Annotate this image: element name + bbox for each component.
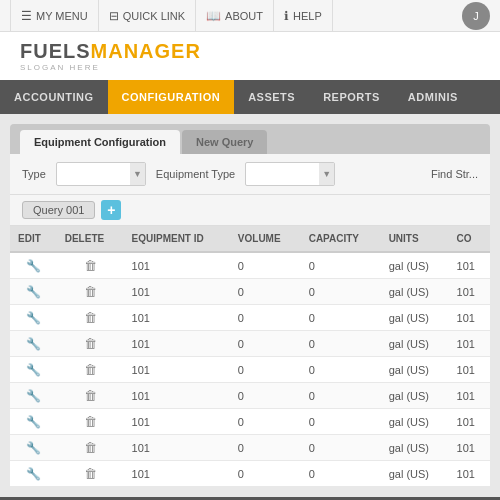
edit-cell[interactable]: 🔧 xyxy=(10,279,57,305)
delete-icon[interactable]: 🗑 xyxy=(84,362,97,377)
nav-adminis[interactable]: ADMINIS xyxy=(394,80,472,114)
topnav-about-label: ABOUT xyxy=(225,10,263,22)
table-row: 🔧 🗑 101 0 0 gal (US) 101 xyxy=(10,357,490,383)
units-cell: gal (US) xyxy=(381,279,449,305)
capacity-cell: 0 xyxy=(301,305,381,331)
nav-assets[interactable]: ASSETS xyxy=(234,80,309,114)
col-units: UNITS xyxy=(381,226,449,252)
delete-cell[interactable]: 🗑 xyxy=(57,383,124,409)
edit-cell[interactable]: 🔧 xyxy=(10,252,57,279)
menu-icon: ☰ xyxy=(21,9,32,23)
table-row: 🔧 🗑 101 0 0 gal (US) 101 xyxy=(10,383,490,409)
equipment-table-container: EDIT DELETE EQUIPMENT ID VOLUME CAPACITY… xyxy=(10,226,490,487)
delete-cell[interactable]: 🗑 xyxy=(57,279,124,305)
quicklink-icon: ⊟ xyxy=(109,9,119,23)
topnav-about[interactable]: 📖 ABOUT xyxy=(196,0,274,31)
filter-row: Type ▼ Equipment Type ▼ Find Str... xyxy=(10,154,490,195)
co-cell: 101 xyxy=(449,252,490,279)
logo-slogan: SLOGAN HERE xyxy=(20,63,201,72)
capacity-cell: 0 xyxy=(301,435,381,461)
delete-icon[interactable]: 🗑 xyxy=(84,284,97,299)
edit-cell[interactable]: 🔧 xyxy=(10,409,57,435)
delete-cell[interactable]: 🗑 xyxy=(57,409,124,435)
table-row: 🔧 🗑 101 0 0 gal (US) 101 xyxy=(10,252,490,279)
equipment-id-cell: 101 xyxy=(124,357,230,383)
equipment-id-cell: 101 xyxy=(124,409,230,435)
edit-icon[interactable]: 🔧 xyxy=(26,285,41,299)
tab-new-query[interactable]: New Query xyxy=(182,130,267,154)
capacity-cell: 0 xyxy=(301,461,381,487)
edit-icon[interactable]: 🔧 xyxy=(26,259,41,273)
topnav-help[interactable]: ℹ HELP xyxy=(274,0,333,31)
logo-manager: MANAGER xyxy=(91,40,201,62)
delete-cell[interactable]: 🗑 xyxy=(57,331,124,357)
edit-cell[interactable]: 🔧 xyxy=(10,383,57,409)
edit-cell[interactable]: 🔧 xyxy=(10,331,57,357)
type-label: Type xyxy=(22,168,46,180)
equipment-id-cell: 101 xyxy=(124,279,230,305)
volume-cell: 0 xyxy=(230,331,301,357)
about-icon: 📖 xyxy=(206,9,221,23)
logo-fuels: FUELS xyxy=(20,40,91,62)
delete-icon[interactable]: 🗑 xyxy=(84,466,97,481)
col-volume: VOLUME xyxy=(230,226,301,252)
equipment-id-cell: 101 xyxy=(124,461,230,487)
edit-icon[interactable]: 🔧 xyxy=(26,467,41,481)
nav-reports[interactable]: REPORTS xyxy=(309,80,394,114)
volume-cell: 0 xyxy=(230,279,301,305)
units-cell: gal (US) xyxy=(381,252,449,279)
topnav-menu[interactable]: ☰ MY MENU xyxy=(10,0,99,31)
type-dropdown-arrow: ▼ xyxy=(130,163,145,185)
equipment-id-cell: 101 xyxy=(124,435,230,461)
tab-equipment-config[interactable]: Equipment Configuration xyxy=(20,130,180,154)
topnav-quicklink[interactable]: ⊟ QUICK LINK xyxy=(99,0,196,31)
add-query-button[interactable]: + xyxy=(101,200,121,220)
delete-cell[interactable]: 🗑 xyxy=(57,305,124,331)
topnav-user-area: J xyxy=(462,2,490,30)
logo-bar: FUELSMANAGER SLOGAN HERE xyxy=(0,32,500,80)
delete-icon[interactable]: 🗑 xyxy=(84,336,97,351)
delete-cell[interactable]: 🗑 xyxy=(57,357,124,383)
capacity-cell: 0 xyxy=(301,409,381,435)
units-cell: gal (US) xyxy=(381,305,449,331)
user-avatar[interactable]: J xyxy=(462,2,490,30)
nav-configuration[interactable]: CONFIGURATION xyxy=(108,80,235,114)
edit-icon[interactable]: 🔧 xyxy=(26,389,41,403)
delete-icon[interactable]: 🗑 xyxy=(84,310,97,325)
co-cell: 101 xyxy=(449,305,490,331)
volume-cell: 0 xyxy=(230,305,301,331)
capacity-cell: 0 xyxy=(301,383,381,409)
delete-cell[interactable]: 🗑 xyxy=(57,252,124,279)
edit-cell[interactable]: 🔧 xyxy=(10,305,57,331)
tab-panel: Equipment Configuration New Query xyxy=(10,124,490,154)
edit-cell[interactable]: 🔧 xyxy=(10,461,57,487)
delete-icon[interactable]: 🗑 xyxy=(84,414,97,429)
units-cell: gal (US) xyxy=(381,409,449,435)
content-area: Equipment Configuration New Query Type ▼… xyxy=(0,114,500,497)
delete-cell[interactable]: 🗑 xyxy=(57,435,124,461)
edit-icon[interactable]: 🔧 xyxy=(26,337,41,351)
col-equipment-id: EQUIPMENT ID xyxy=(124,226,230,252)
edit-icon[interactable]: 🔧 xyxy=(26,441,41,455)
nav-accounting[interactable]: ACCOUNTING xyxy=(0,80,108,114)
edit-cell[interactable]: 🔧 xyxy=(10,357,57,383)
logo: FUELSMANAGER SLOGAN HERE xyxy=(20,40,201,72)
delete-cell[interactable]: 🗑 xyxy=(57,461,124,487)
units-cell: gal (US) xyxy=(381,331,449,357)
edit-cell[interactable]: 🔧 xyxy=(10,435,57,461)
type-select[interactable]: ▼ xyxy=(56,162,146,186)
volume-cell: 0 xyxy=(230,383,301,409)
delete-icon[interactable]: 🗑 xyxy=(84,388,97,403)
equipment-type-select[interactable]: ▼ xyxy=(245,162,335,186)
co-cell: 101 xyxy=(449,461,490,487)
logo-text: FUELSMANAGER xyxy=(20,40,201,63)
table-row: 🔧 🗑 101 0 0 gal (US) 101 xyxy=(10,279,490,305)
edit-icon[interactable]: 🔧 xyxy=(26,415,41,429)
edit-icon[interactable]: 🔧 xyxy=(26,363,41,377)
query-tab-001[interactable]: Query 001 xyxy=(22,201,95,219)
delete-icon[interactable]: 🗑 xyxy=(84,258,97,273)
equipment-id-cell: 101 xyxy=(124,331,230,357)
query-row: Query 001 + xyxy=(10,195,490,226)
edit-icon[interactable]: 🔧 xyxy=(26,311,41,325)
delete-icon[interactable]: 🗑 xyxy=(84,440,97,455)
